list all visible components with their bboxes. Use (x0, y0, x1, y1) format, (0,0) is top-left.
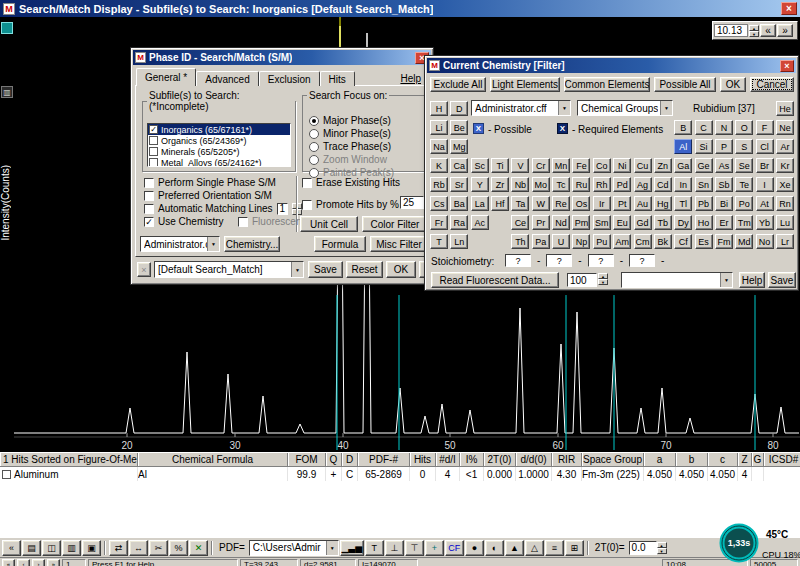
status-nav-1[interactable]: ‹ (17, 559, 30, 566)
element-Pb[interactable]: Pb (695, 196, 713, 211)
copy-button[interactable]: ▣ (82, 540, 101, 556)
go-first-button[interactable]: « (2, 540, 21, 556)
subfile-item-0[interactable]: ✓Inorganics (65/67161*) (148, 124, 290, 135)
element-In[interactable]: In (674, 177, 692, 192)
element-Ga[interactable]: Ga (674, 158, 692, 173)
element-Ta[interactable]: Ta (511, 196, 529, 211)
element-Mn[interactable]: Mn (552, 158, 570, 173)
save-file-button[interactable]: ◫ (42, 540, 61, 556)
element-Zn[interactable]: Zn (654, 158, 672, 173)
element-Br[interactable]: Br (756, 158, 774, 173)
subfile-item-2[interactable]: Minerals (65/5205*) (148, 146, 290, 157)
element-Ti[interactable]: Ti (491, 158, 509, 173)
element-Fm[interactable]: Fm (715, 234, 733, 249)
element-Sc[interactable]: Sc (471, 158, 489, 173)
element-Sb[interactable]: Sb (715, 177, 733, 192)
hits-header-16[interactable]: Z (738, 453, 752, 466)
element-B[interactable]: B (674, 120, 692, 135)
radio-icon[interactable] (309, 142, 319, 152)
element-Li[interactable]: Li (430, 120, 448, 135)
element-I[interactable]: I (756, 177, 774, 192)
element-Cd[interactable]: Cd (654, 177, 672, 192)
radio-icon[interactable] (309, 116, 319, 126)
element-Si[interactable]: Si (695, 139, 713, 154)
range-spinner[interactable]: ▲▼ (749, 25, 759, 37)
two-theta-offset-input[interactable]: 0.0▲▼ (629, 541, 667, 555)
element-Tm[interactable]: Tm (735, 215, 753, 230)
element-Nd[interactable]: Nd (552, 215, 570, 230)
element-Ce[interactable]: Ce (511, 215, 529, 230)
hits-header-11[interactable]: RIR (552, 453, 582, 466)
element-Ca[interactable]: Ca (450, 158, 468, 173)
common-elements-button[interactable]: Common Elements (564, 77, 650, 92)
subfile-checkbox[interactable] (149, 147, 158, 156)
element-Cs[interactable]: Cs (430, 196, 448, 211)
element-Se[interactable]: Se (735, 158, 753, 173)
element-D[interactable]: D (450, 101, 468, 116)
element-Al[interactable]: Al (674, 139, 692, 154)
element-U[interactable]: U (552, 234, 570, 249)
element-Tc[interactable]: Tc (552, 177, 570, 192)
chevron-down-icon[interactable]: ▼ (558, 101, 570, 115)
status-nav-0[interactable]: « (2, 559, 15, 566)
element-V[interactable]: V (511, 158, 529, 173)
element-Pu[interactable]: Pu (593, 234, 611, 249)
phase-tab-exclusion[interactable]: Exclusion (259, 71, 320, 86)
hits-header-14[interactable]: b (676, 453, 708, 466)
element-Er[interactable]: Er (715, 215, 733, 230)
cut-range-button[interactable]: ✂ (149, 540, 168, 556)
checkbox-icon[interactable]: ✓ (144, 217, 154, 227)
element-Po[interactable]: Po (735, 196, 753, 211)
chevron-down-icon[interactable]: ▼ (291, 262, 303, 277)
hits-header-13[interactable]: a (644, 453, 676, 466)
element-Lr[interactable]: Lr (776, 234, 794, 249)
chemistry-close-button[interactable]: × (780, 60, 794, 72)
element-Hf[interactable]: Hf (491, 196, 509, 211)
phase-tab-general[interactable]: General * (136, 68, 196, 86)
element-Cm[interactable]: Cm (634, 234, 652, 249)
element-Bk[interactable]: Bk (654, 234, 672, 249)
range-value-input[interactable]: 10.13 (714, 24, 748, 37)
element-Np[interactable]: Np (572, 234, 590, 249)
range-next-button[interactable]: » (777, 24, 793, 37)
unit-cell-button[interactable]: Unit Cell (300, 216, 358, 232)
element-Ag[interactable]: Ag (634, 177, 652, 192)
element-Pt[interactable]: Pt (613, 196, 631, 211)
hits-header-15[interactable]: c (708, 453, 738, 466)
checkbox-icon[interactable] (144, 191, 154, 201)
subfile-item-1[interactable]: Organics (65/24369*) (148, 135, 290, 146)
hits-header-0[interactable]: 1 Hits Sorted on Figure-Of-Merit (0, 453, 138, 466)
chemistry-filter-button[interactable]: CF (445, 540, 464, 556)
chemistry-save-button[interactable]: Save (768, 272, 796, 288)
list-view-button[interactable]: ≡ (545, 540, 564, 556)
stoichiometry-input-0[interactable]: ? (505, 254, 531, 267)
peak-outline-button[interactable]: △ (525, 540, 544, 556)
chem-ok-button[interactable]: OK (720, 77, 746, 92)
element-Mo[interactable]: Mo (532, 177, 550, 192)
element-Pm[interactable]: Pm (572, 215, 590, 230)
chevron-down-icon[interactable]: ▼ (660, 101, 672, 115)
chemistry-spinner[interactable]: ▲▼ (598, 273, 608, 285)
chevron-down-icon[interactable]: ▼ (207, 237, 219, 251)
phase-id-titlebar[interactable]: M Phase ID - Search/Match (S/M) × (133, 50, 431, 65)
stoichiometry-input-2[interactable]: ? (588, 254, 614, 267)
chemistry-button[interactable]: Chemistry... (224, 236, 280, 252)
add-overlay-button[interactable]: + (425, 540, 444, 556)
focus-option-0[interactable]: Major Phase(s) (309, 114, 425, 127)
checkbox-icon[interactable] (144, 178, 154, 188)
element-Xe[interactable]: Xe (776, 177, 794, 192)
element-Sn[interactable]: Sn (695, 177, 713, 192)
element-Te[interactable]: Te (735, 177, 753, 192)
swap-view-button[interactable]: ⇄ (109, 540, 128, 556)
element-Dy[interactable]: Dy (674, 215, 692, 230)
focus-option-2[interactable]: Trace Phase(s) (309, 140, 425, 153)
phase-id-help-link[interactable]: Help (400, 73, 421, 84)
subfile-checkbox[interactable]: ✓ (149, 125, 158, 134)
element-Pr[interactable]: Pr (532, 215, 550, 230)
element-Nb[interactable]: Nb (511, 177, 529, 192)
element-Cr[interactable]: Cr (532, 158, 550, 173)
element-Be[interactable]: Be (450, 120, 468, 135)
hits-header-12[interactable]: Space Group (582, 453, 644, 466)
hits-header-17[interactable]: G (752, 453, 764, 466)
element-Cf[interactable]: Cf (674, 234, 692, 249)
